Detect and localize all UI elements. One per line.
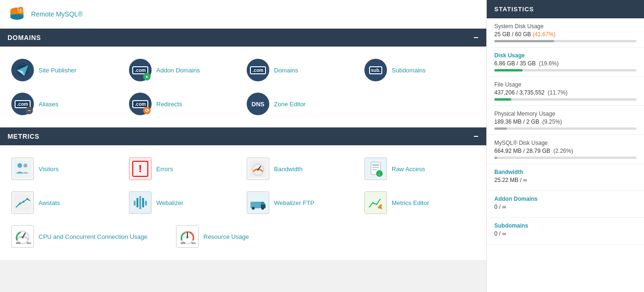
subdomains-item[interactable]: sub. Subdomains [361,54,478,86]
mysql-disk-value: 664.92 MB / 28.79 GB (2.26%) [494,148,636,154]
svg-rect-36 [142,198,144,207]
resource-usage-item[interactable]: MIN MAX Resource Usage [172,221,290,253]
addon-domains-stat: Addon Domains 0 / ∞ [487,191,644,218]
cpu-concurrent-item[interactable]: MIN MAX CPU and Concurrent Connection Us… [8,221,172,253]
system-disk-label: System Disk Usage [494,23,636,30]
physical-memory-value: 189.36 MB / 2 GB (9.25%) [494,118,636,125]
system-disk-value: 25 GB / 60 GB (41.67%) [494,31,636,38]
redirects-item[interactable]: .com ⟳ Redirects [125,88,243,120]
system-disk-stat: System Disk Usage 25 GB / 60 GB (41.67%) [487,18,644,47]
redirects-badge: ⟳ [143,107,151,114]
svg-point-58 [186,237,188,238]
file-usage-progress-fill [494,98,511,101]
visitors-item[interactable]: Visitors [8,153,125,185]
svg-text:!: ! [138,163,142,174]
svg-point-42 [252,207,255,210]
addon-domains-stat-label[interactable]: Addon Domains [494,196,636,202]
metrics-editor-icon [364,191,387,214]
webalizer-icon [129,191,152,214]
domains-link[interactable]: Domains [274,67,298,74]
svg-rect-37 [145,201,147,205]
system-disk-progress-bg [494,40,636,42]
main-content: ® Remote MySQL® DOMAINS − [0,0,486,292]
physical-memory-progress-fill [494,127,507,130]
metrics-section-header: METRICS − [0,127,486,145]
aliases-link[interactable]: Aliases [39,101,58,108]
file-usage-highlight: (11.7%) [547,89,567,96]
zone-editor-item[interactable]: DNS Zone Editor [243,88,361,120]
aliases-icon: .com − [11,93,34,115]
svg-rect-34 [137,198,138,207]
domains-collapse-btn[interactable]: − [474,33,479,42]
raw-access-link[interactable]: Raw Access [392,166,425,173]
aliases-badge: − [25,107,33,114]
svg-point-30 [23,201,24,203]
mysql-disk-highlight: (2.26%) [553,148,573,154]
svg-point-31 [26,198,28,200]
redirects-link[interactable]: Redirects [156,101,182,108]
errors-item[interactable]: ! Errors [125,153,243,185]
webalizer-ftp-item[interactable]: Webalizer FTP [243,187,361,219]
remote-mysql-link[interactable]: Remote MySQL® [31,10,83,18]
svg-point-13 [24,164,27,167]
topbar: ® Remote MySQL® [0,0,486,29]
file-usage-stat: File Usage 437,206 / 3,735,552 (11.7%) [487,77,644,106]
addon-domains-link[interactable]: Addon Domains [156,67,200,74]
metrics-editor-link[interactable]: Metrics Editor [392,199,429,206]
bandwidth-stat: Bandwidth 25.22 MB / ∞ [487,164,644,191]
zone-editor-link[interactable]: Zone Editor [274,101,306,108]
bandwidth-icon [247,158,269,180]
system-disk-progress-fill [494,40,554,42]
subdomains-stat-label[interactable]: Subdomains [494,222,636,229]
domains-section-header: DOMAINS − [0,29,486,47]
site-publisher-link[interactable]: Site Publisher [39,67,76,74]
subdomains-stat-value: 0 / ∞ [494,230,636,237]
bandwidth-stat-label[interactable]: Bandwidth [494,169,636,175]
bandwidth-link[interactable]: Bandwidth [274,166,303,173]
svg-rect-35 [139,196,141,209]
disk-usage-label[interactable]: Disk Usage [494,52,636,59]
subdomains-link[interactable]: Subdomains [392,67,426,74]
disk-usage-value: 6.86 GB / 35 GB (19.6%) [494,60,636,67]
metrics-header-label: METRICS [8,133,40,140]
addon-domains-item[interactable]: .com + Addon Domains [125,54,243,86]
webalizer-item[interactable]: Webalizer [125,187,243,219]
mysql-disk-label: MySQL® Disk Usage [494,140,636,146]
webalizer-link[interactable]: Webalizer [156,199,184,206]
cpu-concurrent-link[interactable]: CPU and Concurrent Connection Usage [39,233,147,240]
svg-text:MAX: MAX [27,242,31,245]
subdomains-icon: sub. [364,59,387,81]
errors-icon: ! [129,158,152,180]
domains-header-label: DOMAINS [8,34,41,41]
subdomains-stat: Subdomains 0 / ∞ [487,218,644,245]
mysql-disk-progress-fill [494,157,497,159]
raw-access-item[interactable]: ↓ Raw Access [361,153,478,185]
domains-item[interactable]: .com Domains [243,54,361,86]
mysql-disk-stat: MySQL® Disk Usage 664.92 MB / 28.79 GB (… [487,135,644,164]
mysql-disk-progress-bg [494,157,636,159]
file-usage-label: File Usage [494,81,636,88]
errors-link[interactable]: Errors [156,166,173,173]
awstats-link[interactable]: Awstats [39,199,60,206]
svg-rect-39 [250,202,261,208]
disk-usage-progress-bg [494,69,636,71]
svg-text:↓: ↓ [378,171,381,176]
site-publisher-item[interactable]: Site Publisher [8,54,125,86]
cpu-concurrent-icon: MIN MAX [11,225,34,248]
metrics-editor-item[interactable]: Metrics Editor [361,187,478,219]
statistics-sidebar: STATISTICS System Disk Usage 25 GB / 60 … [486,0,644,292]
svg-point-29 [19,203,21,205]
webalizer-ftp-link[interactable]: Webalizer FTP [274,199,314,206]
visitors-link[interactable]: Visitors [39,166,58,173]
bandwidth-item[interactable]: Bandwidth [243,153,361,185]
aliases-item[interactable]: .com − Aliases [8,88,125,120]
file-usage-value: 437,206 / 3,735,552 (11.7%) [494,89,636,96]
svg-text:MAX: MAX [192,242,196,245]
webalizer-ftp-icon [247,191,269,214]
domains-icon: .com [247,59,269,81]
metrics-collapse-btn[interactable]: − [474,132,479,141]
resource-usage-link[interactable]: Resource Usage [203,233,249,240]
site-publisher-icon [11,59,34,81]
disk-usage-progress-fill [494,69,523,71]
awstats-item[interactable]: Awstats [8,187,125,219]
